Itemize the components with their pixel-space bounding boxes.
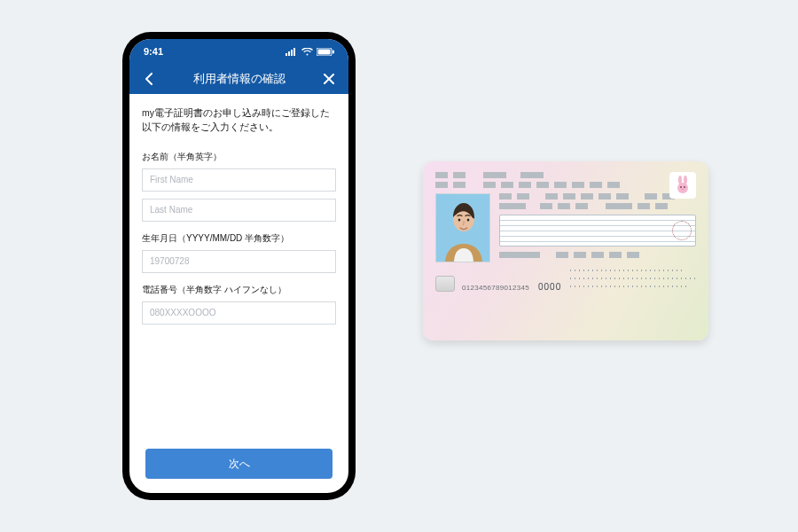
last-name-input[interactable] [142, 199, 336, 222]
nav-bar: 利用者情報の確認 [129, 64, 348, 94]
nav-title: 利用者情報の確認 [156, 71, 322, 87]
phone-label: 電話番号（半角数字 ハイフンなし） [142, 284, 336, 296]
svg-rect-6 [332, 50, 334, 53]
card-zeros: 0000 [538, 282, 561, 292]
wifi-icon [301, 48, 313, 56]
card-middle [435, 193, 696, 262]
phone-screen: 9:41 利用者情報の確認 my電子証明書のお申し込み時にご登録した以下の情報を… [129, 39, 348, 493]
phone-input[interactable] [142, 301, 336, 325]
name-label: お名前（半角英字） [142, 151, 336, 163]
svg-rect-5 [318, 49, 331, 54]
svg-rect-3 [293, 48, 295, 56]
svg-rect-1 [288, 51, 290, 56]
card-footer: 0123456789012345 0000 [435, 268, 696, 292]
svg-point-10 [680, 186, 682, 188]
barcode-dots [568, 268, 696, 292]
svg-rect-0 [286, 53, 287, 56]
seal-icon [672, 221, 692, 240]
status-icons [286, 48, 334, 56]
form-body: my電子証明書のお申し込み時にご登録した以下の情報をご入力ください。 お名前（半… [129, 94, 348, 493]
id-photo [435, 193, 490, 262]
svg-point-16 [467, 218, 470, 221]
instruction-text: my電子証明書のお申し込み時にご登録した以下の情報をご入力ください。 [142, 106, 336, 135]
phone-frame: 9:41 利用者情報の確認 my電子証明書のお申し込み時にご登録した以下の情報を… [122, 32, 356, 500]
signal-icon [286, 48, 298, 56]
card-header [435, 172, 696, 188]
close-icon[interactable] [322, 72, 336, 86]
chip-icon [435, 276, 455, 292]
signature-strip [499, 215, 696, 246]
svg-point-11 [684, 186, 685, 188]
svg-point-12 [682, 189, 684, 190]
dob-input[interactable] [142, 250, 336, 273]
next-button[interactable]: 次へ [145, 449, 332, 479]
dob-label: 生年月日（YYYY/MM/DD 半角数字） [142, 232, 336, 245]
card-serial: 0123456789012345 [462, 284, 529, 292]
battery-icon [317, 48, 334, 56]
svg-point-9 [677, 183, 688, 193]
status-bar: 9:41 [129, 39, 348, 64]
svg-point-15 [458, 218, 461, 221]
bunny-logo-icon [669, 172, 696, 199]
id-card: 0123456789012345 0000 [423, 161, 708, 340]
status-time: 9:41 [144, 46, 163, 57]
first-name-input[interactable] [142, 168, 336, 192]
back-icon[interactable] [142, 72, 156, 86]
svg-rect-2 [291, 50, 293, 56]
